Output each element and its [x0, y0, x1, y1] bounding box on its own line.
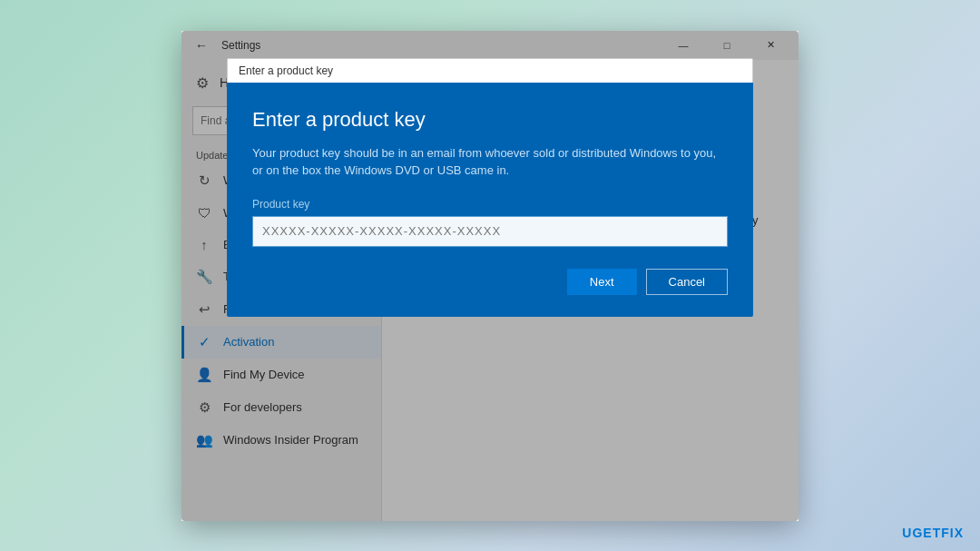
- product-key-dialog: Enter a product key Your product key sho…: [227, 83, 753, 317]
- dialog-description: Your product key should be in an email f…: [252, 144, 728, 180]
- watermark: UGETFIX: [902, 526, 964, 540]
- watermark-suffix: FIX: [941, 526, 964, 540]
- dialog-overlay: Enter a product key Enter a product key …: [181, 31, 799, 521]
- dialog-field-label: Product key: [252, 198, 728, 211]
- cancel-button[interactable]: Cancel: [646, 269, 728, 295]
- product-key-input[interactable]: [252, 216, 728, 247]
- dialog-buttons: Next Cancel: [252, 269, 728, 295]
- dialog-title-bar: Enter a product key: [227, 58, 753, 83]
- next-button[interactable]: Next: [567, 269, 637, 295]
- watermark-prefix: UGET: [902, 526, 941, 540]
- dialog-heading: Enter a product key: [252, 108, 728, 132]
- dialog-wrapper: Enter a product key Enter a product key …: [227, 58, 753, 317]
- settings-window: ← Settings — □ ✕ ⚙ Home 🔍 Update & secur…: [181, 31, 799, 521]
